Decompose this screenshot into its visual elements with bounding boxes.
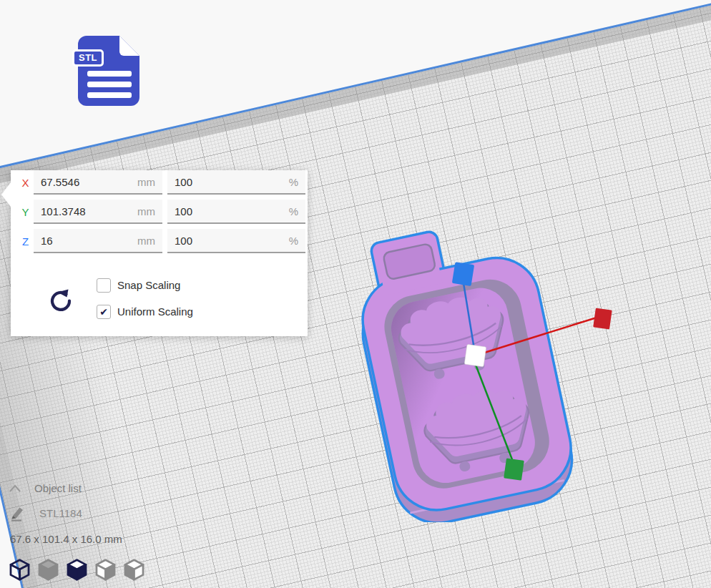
axis-label-x: X [20,177,31,189]
stl-document-icon [74,36,139,106]
object-list-title: Object list [34,482,82,494]
x-size-input[interactable]: 67.5546 mm [34,170,162,195]
y-size-value: 101.3748 [41,205,86,217]
3d-view-icon[interactable] [9,559,30,581]
reset-scale-button[interactable] [47,287,73,314]
uniform-scaling-label: Uniform Scaling [117,305,193,318]
object-list-header[interactable]: Object list [9,482,82,494]
uniform-scaling-checkbox[interactable] [97,305,111,319]
mold-body [344,213,582,522]
viewport-3d: STL [0,0,711,588]
z-size-input[interactable]: 16 mm [34,229,162,253]
scale-row-z: Z 16 mm 100 % [20,229,308,253]
y-size-input[interactable]: 101.3748 mm [34,200,162,224]
x-percent-input[interactable]: 100 % [167,170,305,195]
snap-scaling-option[interactable]: Snap Scaling [97,278,193,293]
object-item-name: STL1184 [39,507,82,519]
axis-label-y: Y [20,206,31,218]
top-view-icon[interactable] [67,559,87,581]
snap-scaling-checkbox[interactable] [97,278,111,293]
z-size-unit: mm [137,235,155,247]
z-percent-input[interactable]: 100 % [167,229,305,253]
z-percent-value: 100 [175,235,192,247]
scale-handle-center[interactable] [464,344,486,366]
scaling-options: Snap Scaling Uniform Scaling [97,278,193,330]
camera-view-toolbar [9,559,144,581]
panel-arrow [1,182,11,207]
axis-label-z: Z [20,235,31,248]
y-percent-input[interactable]: 100 % [167,200,305,224]
z-percent-unit: % [289,235,298,247]
rotate-ccw-icon [47,287,73,314]
pencil-icon [10,505,26,521]
scale-handle-z[interactable] [452,262,474,286]
stl-badge-label: STL [72,49,104,67]
x-size-value: 67.5546 [41,176,79,188]
left-side-view-icon[interactable] [95,559,116,581]
x-size-unit: mm [137,176,155,188]
scale-tool-panel: X 67.5546 mm 100 % Y 101.3748 mm 100 % Z [11,170,308,336]
right-side-view-icon[interactable] [124,559,144,581]
model-stl1184[interactable] [342,213,642,522]
stl-file-icon[interactable]: STL [74,36,139,106]
front-view-icon[interactable] [38,559,59,581]
scale-row-x: X 67.5546 mm 100 % [20,170,308,195]
x-percent-unit: % [289,176,298,188]
y-size-unit: mm [137,205,155,217]
y-percent-value: 100 [175,205,192,217]
scale-handle-y[interactable] [504,458,524,480]
scale-handle-x[interactable] [593,308,612,330]
object-list-item[interactable]: STL1184 [10,505,82,521]
scale-row-y: Y 101.3748 mm 100 % [20,200,308,224]
y-percent-unit: % [289,205,298,217]
x-percent-value: 100 [175,176,192,188]
snap-scaling-label: Snap Scaling [117,279,180,291]
model-dimensions-label: 67.6 x 101.4 x 16.0 mm [10,533,122,545]
chevron-up-icon [9,484,21,493]
z-size-value: 16 [41,235,53,247]
uniform-scaling-option[interactable]: Uniform Scaling [97,304,193,319]
